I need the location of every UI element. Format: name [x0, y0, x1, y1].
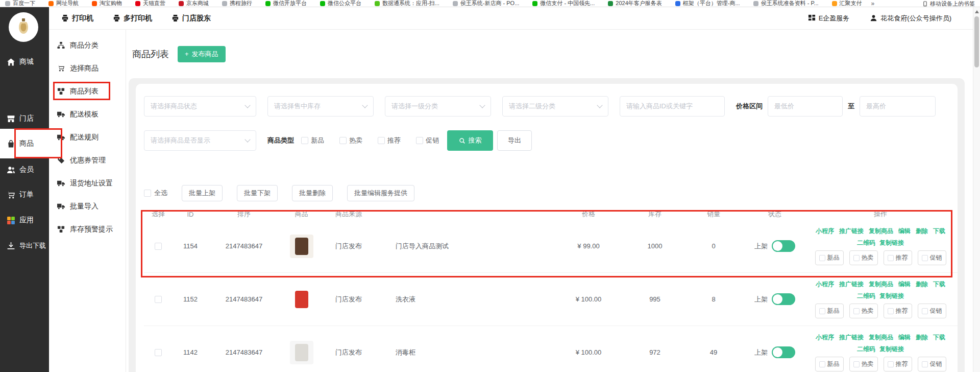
min-price-input[interactable]: 最低价 [768, 96, 843, 117]
status-toggle[interactable] [772, 346, 795, 358]
row-checkbox[interactable] [155, 349, 162, 356]
sidebar-item-orders[interactable]: 订单 [0, 183, 49, 206]
row-tag-recommend[interactable]: 推荐 [884, 357, 912, 371]
sidebar-item-export-download[interactable]: 导出下载 [0, 235, 49, 257]
bookmark-item[interactable]: 百度一下 [5, 0, 35, 7]
op-copy-product[interactable]: 复制商品 [869, 227, 893, 236]
onsale-stock-select[interactable]: 请选择售中库存 [267, 96, 374, 117]
op-edit[interactable]: 编辑 [898, 280, 911, 289]
op-copy-link[interactable]: 复制链接 [879, 292, 904, 300]
op-mini-program[interactable]: 小程序 [816, 333, 834, 342]
submenu-item-stock-alert[interactable]: 库存预警提示 [49, 218, 126, 241]
batch-action-button[interactable]: 批量编辑服务提供 [347, 185, 414, 201]
row-tag-new[interactable]: 新品 [815, 357, 844, 371]
store-logo-avatar[interactable] [9, 12, 38, 42]
status-toggle[interactable] [772, 293, 795, 305]
submenu-item-delivery-template[interactable]: 配送模板 [49, 103, 126, 126]
max-price-input[interactable]: 最高价 [860, 96, 936, 117]
op-download[interactable]: 下载 [933, 280, 945, 289]
row-checkbox[interactable] [155, 296, 162, 303]
bookmark-item[interactable]: 微信支付 - 中国领先... [532, 0, 595, 7]
bookmark-item[interactable]: 微信公众平台 [320, 0, 361, 7]
type-checkbox-hot[interactable]: 热卖 [339, 136, 362, 145]
row-checkbox[interactable] [155, 243, 162, 250]
sidebar-item-mall[interactable]: 商城 [0, 51, 49, 73]
publish-product-button[interactable]: + 发布商品 [178, 46, 226, 62]
submenu-item-delivery-rules[interactable]: 配送规则 [49, 126, 126, 149]
row-tag-promo[interactable]: 促销 [918, 357, 946, 371]
op-promo-link[interactable]: 推广链接 [839, 280, 864, 289]
op-promo-link[interactable]: 推广链接 [839, 227, 864, 236]
op-delete[interactable]: 删除 [916, 280, 928, 289]
op-mini-program[interactable]: 小程序 [816, 280, 834, 289]
row-tag-new[interactable]: 新品 [815, 250, 844, 265]
batch-action-button[interactable]: 批量下架 [237, 185, 278, 201]
row-tag-promo[interactable]: 促销 [918, 304, 946, 318]
bookmark-item[interactable]: 2024年客户服务表 [608, 0, 662, 7]
type-checkbox-promo[interactable]: 促销 [416, 136, 439, 145]
op-download[interactable]: 下载 [933, 227, 945, 236]
row-tag-new[interactable]: 新品 [815, 304, 844, 318]
select-all-checkbox[interactable]: 全选 [144, 189, 167, 198]
bookmark-item[interactable]: 携程旅行 [222, 0, 252, 7]
row-tag-recommend[interactable]: 推荐 [884, 250, 912, 265]
row-tag-recommend[interactable]: 推荐 [884, 304, 912, 318]
batch-action-button[interactable]: 批量上架 [182, 185, 223, 201]
row-tag-promo[interactable]: 促销 [918, 250, 946, 265]
printer-action[interactable]: 打印机 [61, 14, 93, 23]
store-shareholder-action[interactable]: 门店股东 [172, 14, 211, 23]
sidebar-item-members[interactable]: 会员 [0, 158, 49, 181]
row-tag-hot[interactable]: 热卖 [849, 304, 878, 318]
bookmark-item[interactable]: 汇聚支付 [832, 0, 862, 7]
keyword-input[interactable]: 请输入商品ID或关键字 [620, 96, 725, 117]
sidebar-item-stores[interactable]: 门店 [0, 107, 49, 130]
search-button[interactable]: 搜索 [447, 130, 493, 151]
type-checkbox-new[interactable]: 新品 [301, 136, 324, 145]
op-delete[interactable]: 删除 [916, 227, 928, 236]
op-copy-product[interactable]: 复制商品 [869, 333, 893, 342]
op-mini-program[interactable]: 小程序 [816, 227, 834, 236]
op-promo-link[interactable]: 推广链接 [839, 333, 864, 342]
op-download[interactable]: 下载 [933, 333, 945, 342]
bookmark-item[interactable]: 数据通系统：应用-扫... [375, 0, 439, 7]
scroll-up-arrow-icon[interactable] [975, 10, 979, 13]
bookmark-item[interactable]: 侯王系统准备资料 - P... [753, 0, 819, 7]
sidebar-item-apps[interactable]: 应用 [0, 209, 49, 231]
batch-action-button[interactable]: 批量删除 [292, 185, 333, 201]
op-copy-product[interactable]: 复制商品 [869, 280, 893, 289]
bookmark-item[interactable]: 京东商城 [179, 0, 209, 7]
page-scrollbar[interactable] [973, 7, 980, 372]
bookmarks-overflow-chevron[interactable]: » [871, 0, 875, 7]
scrollbar-thumb[interactable] [974, 16, 979, 67]
submenu-item-select-products[interactable]: 选择商品 [49, 57, 126, 80]
op-copy-link[interactable]: 复制链接 [879, 345, 904, 354]
product-status-select[interactable]: 请选择商品状态 [144, 96, 256, 117]
mobile-bookmarks-folder[interactable]: 移动设备上的书签 [922, 0, 975, 7]
bookmark-item[interactable]: 淘宝购物 [92, 0, 122, 7]
submenu-item-batch-import[interactable]: 批量导入 [49, 195, 126, 218]
service-menu[interactable]: E企盈服务 [808, 14, 850, 23]
status-toggle[interactable] [772, 240, 795, 252]
export-button[interactable]: 导出 [497, 130, 532, 151]
type-checkbox-recommend[interactable]: 推荐 [378, 136, 401, 145]
bookmark-item[interactable]: 侯王系统-新店商 - PO... [453, 0, 520, 7]
op-qrcode[interactable]: 二维码 [857, 345, 875, 354]
bookmark-item[interactable]: 天猫直营 [135, 0, 165, 7]
submenu-item-product-list[interactable]: 商品列表 [49, 80, 126, 103]
row-tag-hot[interactable]: 热卖 [849, 357, 878, 371]
op-copy-link[interactable]: 复制链接 [879, 239, 904, 247]
submenu-item-coupons[interactable]: 优惠券管理 [49, 149, 126, 172]
op-qrcode[interactable]: 二维码 [857, 292, 875, 300]
category-level1-select[interactable]: 请选择一级分类 [385, 96, 491, 117]
op-edit[interactable]: 编辑 [898, 333, 911, 342]
row-tag-hot[interactable]: 热卖 [849, 250, 878, 265]
bookmark-item[interactable]: 微信开放平台 [265, 0, 307, 7]
account-menu[interactable]: 花花食府(公众号操作员) [870, 14, 951, 23]
submenu-item-return-address[interactable]: 退货地址设置 [49, 172, 126, 195]
multi-printer-action[interactable]: 多打印机 [113, 14, 152, 23]
product-visible-select[interactable]: 请选择商品是否显示 [144, 130, 256, 151]
op-delete[interactable]: 删除 [916, 333, 928, 342]
submenu-item-categories[interactable]: 商品分类 [49, 34, 126, 57]
category-level2-select[interactable]: 请选择二级分类 [502, 96, 608, 117]
bookmark-item[interactable]: 框架（平台）管理-商... [675, 0, 740, 7]
